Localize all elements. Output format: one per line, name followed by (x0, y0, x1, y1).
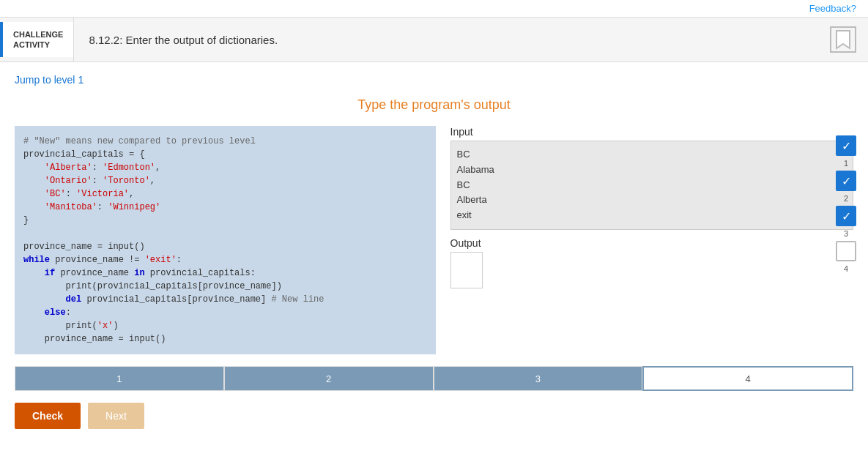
badge-3[interactable]: ✓ (836, 206, 856, 226)
badge-2[interactable]: ✓ (836, 171, 856, 191)
buttons-row: Check Next (15, 403, 853, 429)
top-feedback-link[interactable]: Feedback? (809, 3, 856, 14)
badge-1[interactable]: ✓ (836, 135, 856, 156)
bookmark-icon[interactable] (830, 26, 856, 53)
badge-4[interactable] (836, 241, 856, 261)
input-line-3: BC (457, 178, 847, 193)
challenge-label: CHALLENGE ACTIVITY (0, 22, 73, 58)
code-block: # "New" means new compared to previous l… (15, 126, 436, 354)
output-section: Output (450, 237, 854, 288)
challenge-title: 8.12.2: Enter the output of dictionaries… (74, 34, 830, 46)
progress-segment-2[interactable]: 2 (224, 366, 434, 391)
input-box: BC Alabama BC Alberta exit (450, 141, 854, 230)
section-title: Type the program's output (15, 97, 853, 113)
right-panel: Input BC Alabama BC Alberta exit Output (450, 126, 854, 354)
right-badges: ✓ 1 ✓ 2 ✓ 3 4 (836, 135, 856, 273)
output-box[interactable] (450, 252, 483, 288)
progress-segment-4[interactable]: 4 (642, 366, 853, 391)
progress-bar: 1 2 3 4 (15, 366, 853, 391)
badge-4-num: 4 (844, 264, 848, 273)
code-pre: # "New" means new compared to previous l… (23, 135, 427, 346)
input-line-1: BC (457, 147, 847, 163)
output-label: Output (450, 237, 854, 249)
input-line-4: Alberta (457, 193, 847, 208)
jump-to-level: Jump to level 1 (15, 74, 853, 86)
progress-segment-1[interactable]: 1 (15, 366, 224, 391)
content-area: Jump to level 1 Type the program's outpu… (0, 62, 868, 451)
main-content: # "New" means new compared to previous l… (15, 126, 853, 354)
next-button[interactable]: Next (88, 403, 144, 429)
check-button[interactable]: Check (15, 403, 81, 429)
input-section: Input BC Alabama BC Alberta exit (450, 126, 854, 230)
badge-2-num: 2 (844, 194, 848, 203)
jump-level-link[interactable]: 1 (78, 74, 84, 86)
badge-1-num: 1 (844, 159, 848, 168)
input-line-2: Alabama (457, 163, 847, 178)
input-label: Input (450, 126, 854, 138)
header-bar: CHALLENGE ACTIVITY 8.12.2: Enter the out… (0, 17, 868, 62)
progress-segment-3[interactable]: 3 (434, 366, 643, 391)
badge-3-num: 3 (844, 229, 848, 238)
input-line-5: exit (457, 208, 847, 223)
